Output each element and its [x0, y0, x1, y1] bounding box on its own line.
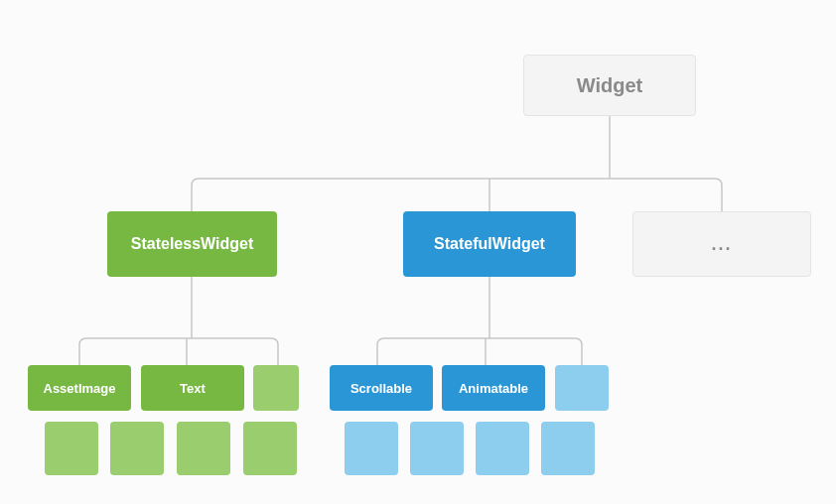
node-animatable: Animatable — [442, 365, 545, 411]
node-asset-image: AssetImage — [28, 365, 131, 411]
node-scrollable: Scrollable — [330, 365, 433, 411]
node-stateful-widget: StatefulWidget — [403, 211, 576, 277]
node-stateful-extra-4 — [541, 422, 595, 475]
node-stateless-extra-3 — [177, 422, 230, 475]
node-stateless-widget: StatelessWidget — [107, 211, 277, 277]
node-text: Text — [141, 365, 244, 411]
node-stateful-extra-2 — [410, 422, 464, 475]
node-more-placeholder: ... — [632, 211, 811, 277]
node-stateless-extra-2 — [110, 422, 164, 475]
node-stateless-child-placeholder — [253, 365, 299, 411]
node-stateful-extra-3 — [476, 422, 529, 475]
node-stateless-extra-4 — [243, 422, 297, 475]
node-stateless-extra-1 — [45, 422, 98, 475]
node-stateful-extra-1 — [345, 422, 398, 475]
node-stateful-child-placeholder — [555, 365, 609, 411]
node-widget-root: Widget — [523, 55, 696, 116]
